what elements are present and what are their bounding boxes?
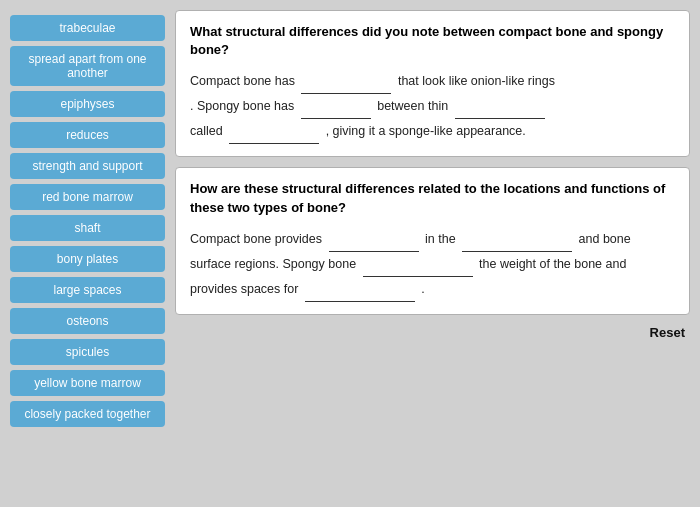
q1-blank2[interactable] [301,103,371,119]
q2-text5: the weight of the bone and [479,257,626,271]
question-2-body: Compact bone provides in the and bone su… [190,227,675,302]
reset-button[interactable]: Reset [650,325,685,340]
drag-item-yellow-bone-marrow[interactable]: yellow bone marrow [10,370,165,396]
questions-panel: What structural differences did you note… [175,10,690,497]
question-2-box: How are these structural differences rel… [175,167,690,314]
q1-text6: , giving it a sponge-like appearance. [326,124,526,138]
q2-text3: and bone [579,232,631,246]
drag-item-bony-plates[interactable]: bony plates [10,246,165,272]
question-1-title: What structural differences did you note… [190,23,675,59]
q2-text6: provides spaces for [190,282,298,296]
question-1-box: What structural differences did you note… [175,10,690,157]
drag-item-osteons[interactable]: osteons [10,308,165,334]
q2-text1: Compact bone provides [190,232,322,246]
drag-item-red-bone-marrow[interactable]: red bone marrow [10,184,165,210]
drag-item-epiphyses[interactable]: epiphyses [10,91,165,117]
drag-item-reduces[interactable]: reduces [10,122,165,148]
q2-text4: surface regions. Spongy bone [190,257,356,271]
q1-blank3[interactable] [455,103,545,119]
q2-blank4[interactable] [305,286,415,302]
drag-item-spread-apart[interactable]: spread apart from one another [10,46,165,86]
drag-item-shaft[interactable]: shaft [10,215,165,241]
q1-blank1[interactable] [301,78,391,94]
q1-blank4[interactable] [229,128,319,144]
q1-text5: called [190,124,223,138]
q1-text1: Compact bone has [190,74,295,88]
drag-item-large-spaces[interactable]: large spaces [10,277,165,303]
drag-item-strength-support[interactable]: strength and support [10,153,165,179]
q1-text2: that look like onion-like rings [398,74,555,88]
q2-blank1[interactable] [329,236,419,252]
q2-blank3[interactable] [363,261,473,277]
drag-items-panel: trabeculae spread apart from one another… [10,10,165,497]
question-2-title: How are these structural differences rel… [190,180,675,216]
drag-item-trabeculae[interactable]: trabeculae [10,15,165,41]
q1-text3: . Spongy bone has [190,99,294,113]
drag-item-spicules[interactable]: spicules [10,339,165,365]
drag-item-closely-packed[interactable]: closely packed together [10,401,165,427]
reset-area: Reset [175,325,690,340]
question-1-body: Compact bone has that look like onion-li… [190,69,675,144]
q1-text4: between thin [377,99,448,113]
q2-text2: in the [425,232,456,246]
q2-blank2[interactable] [462,236,572,252]
q2-text7: . [421,282,424,296]
